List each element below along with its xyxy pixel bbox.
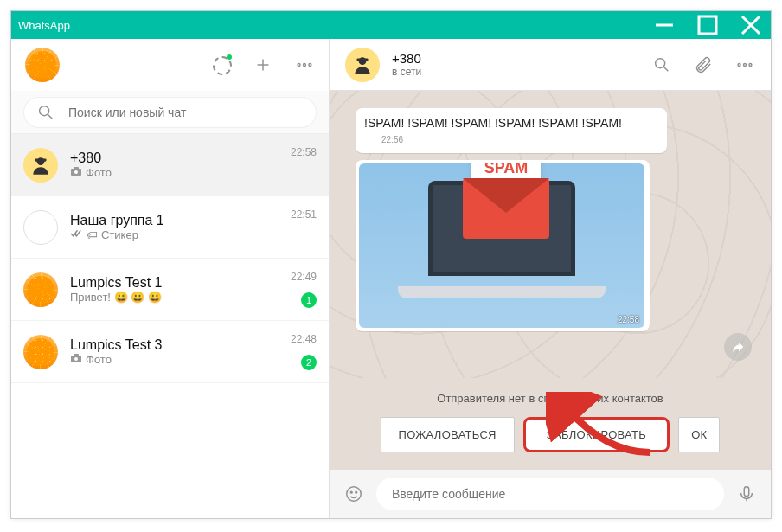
new-chat-icon[interactable] <box>253 54 273 75</box>
sidebar: +380 Фото 22:58 Наша группа 1 🏷 Стикер 2… <box>11 39 330 518</box>
emoji-icon[interactable] <box>343 484 364 504</box>
chat-item[interactable]: +380 Фото 22:58 <box>11 134 329 196</box>
chat-item[interactable]: Lumpics Test 1 Привет! 😀 😀 😀 22:49 1 <box>11 259 329 321</box>
contact-avatar <box>23 210 58 245</box>
ok-button[interactable]: ОК <box>678 417 720 452</box>
svg-point-8 <box>309 64 311 67</box>
contact-avatar <box>23 335 58 369</box>
message-image[interactable]: SPAM <box>359 163 644 328</box>
window-controls <box>651 11 764 39</box>
chat-name: Lumpics Test 3 <box>70 337 317 353</box>
message-text: !SPAM! !SPAM! !SPAM! !SPAM! !SPAM! !SPAM… <box>364 116 622 130</box>
message-time: 22:56 <box>381 135 403 144</box>
svg-point-25 <box>749 63 752 66</box>
svg-point-6 <box>298 64 300 67</box>
status-icon[interactable] <box>211 54 232 75</box>
svg-point-26 <box>347 487 362 502</box>
forward-icon[interactable] <box>724 333 752 361</box>
sidebar-header <box>11 39 329 91</box>
banner-text: Отправителя нет в списке ваших контактов <box>364 392 736 405</box>
titlebar: WhatsApp <box>11 11 771 39</box>
block-button[interactable]: ЗАБЛОКИРОВАТЬ <box>523 417 670 452</box>
search-input[interactable] <box>68 106 304 119</box>
report-button[interactable]: ПОЖАЛОВАТЬСЯ <box>381 417 515 452</box>
search-icon <box>35 102 56 123</box>
unread-badge: 2 <box>301 355 317 370</box>
svg-rect-20 <box>357 58 369 61</box>
window-title: WhatsApp <box>18 19 70 32</box>
chat-item[interactable]: Наша группа 1 🏷 Стикер 22:51 <box>11 196 329 259</box>
minimize-button[interactable] <box>651 11 677 39</box>
message-input[interactable] <box>376 478 724 510</box>
contact-avatar <box>23 148 58 183</box>
my-avatar[interactable] <box>25 48 60 82</box>
chat-time: 22:51 <box>291 208 317 221</box>
svg-rect-12 <box>35 158 47 161</box>
svg-point-28 <box>356 491 357 493</box>
svg-point-7 <box>304 64 306 67</box>
contact-avatar <box>23 272 58 307</box>
messages-area[interactable]: !SPAM! !SPAM! !SPAM! !SPAM! !SPAM! !SPAM… <box>330 91 771 378</box>
chat-name: +380 <box>70 151 317 166</box>
svg-point-9 <box>40 106 49 115</box>
unknown-contact-banner: Отправителя нет в списке ваших контактов… <box>330 378 771 470</box>
app-window: WhatsApp <box>10 10 772 519</box>
chat-preview: Привет! 😀 😀 😀 <box>70 291 317 304</box>
mic-icon[interactable] <box>736 484 757 504</box>
incoming-image-message[interactable]: SPAM 22:58 <box>356 160 650 331</box>
svg-line-22 <box>664 67 669 71</box>
svg-point-27 <box>350 491 352 493</box>
svg-point-15 <box>74 170 78 174</box>
chat-preview: Фото <box>70 166 317 179</box>
svg-rect-29 <box>744 487 749 497</box>
chat-preview: Фото <box>70 353 317 366</box>
svg-rect-17 <box>74 354 79 356</box>
menu-icon[interactable] <box>294 54 315 75</box>
contact-name: +380 <box>392 51 639 66</box>
svg-rect-14 <box>74 167 79 170</box>
svg-rect-1 <box>699 16 716 34</box>
chat-time: 22:48 <box>291 333 317 345</box>
composer <box>330 470 771 518</box>
chat-list: +380 Фото 22:58 Наша группа 1 🏷 Стикер 2… <box>11 134 329 518</box>
incoming-message[interactable]: !SPAM! !SPAM! !SPAM! !SPAM! !SPAM! !SPAM… <box>356 108 667 153</box>
search-bar <box>11 91 329 134</box>
svg-point-21 <box>656 58 665 67</box>
chat-menu-icon[interactable] <box>734 54 755 75</box>
chat-item[interactable]: Lumpics Test 3 Фото 22:48 2 <box>11 321 329 383</box>
attach-icon[interactable] <box>693 54 714 75</box>
svg-line-10 <box>48 114 53 119</box>
unread-badge: 1 <box>301 292 317 308</box>
maximize-button[interactable] <box>695 11 721 39</box>
chat-time: 22:58 <box>291 146 317 158</box>
chat-time: 22:49 <box>291 271 317 283</box>
image-time: 22:58 <box>618 315 639 324</box>
camera-icon <box>70 166 82 179</box>
svg-point-23 <box>738 63 740 66</box>
contact-status: в сети <box>392 66 639 78</box>
chat-name: Lumpics Test 1 <box>70 275 317 291</box>
svg-point-24 <box>744 63 747 66</box>
camera-icon <box>70 353 82 366</box>
chat-preview: 🏷 Стикер <box>70 228 317 241</box>
search-in-chat-icon[interactable] <box>651 54 672 75</box>
chat-name: Наша группа 1 <box>70 213 317 228</box>
delivered-check-icon <box>70 228 83 241</box>
svg-point-18 <box>74 357 78 361</box>
contact-avatar[interactable] <box>345 48 380 82</box>
conversation-header[interactable]: +380 в сети <box>330 39 771 91</box>
conversation-panel: +380 в сети !SPAM! !SPAM! !SPAM! !SPAM! … <box>330 39 771 518</box>
close-button[interactable] <box>738 11 764 39</box>
